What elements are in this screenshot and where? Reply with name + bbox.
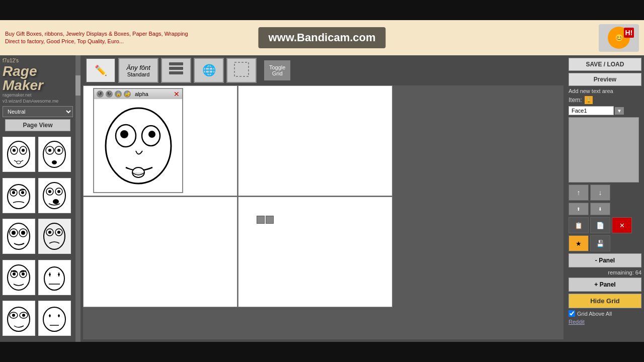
face-item[interactable] bbox=[3, 178, 35, 213]
svg-point-34 bbox=[44, 223, 65, 249]
face-item[interactable] bbox=[3, 260, 35, 295]
hide-grid-button[interactable]: Hide Grid bbox=[569, 294, 641, 308]
copy-button[interactable]: 📋 bbox=[569, 217, 589, 233]
version-label: v3.wizard DanAwesome.me bbox=[3, 99, 73, 104]
save-item-button[interactable]: 💾 bbox=[590, 235, 610, 251]
panel-close-button[interactable]: ✕ bbox=[174, 90, 180, 98]
svg-point-55 bbox=[12, 314, 15, 317]
svg-point-56 bbox=[22, 314, 25, 317]
face-item[interactable] bbox=[3, 219, 35, 254]
resize-handle-2[interactable] bbox=[266, 216, 274, 224]
panel-icon-2: ↻ bbox=[106, 90, 113, 98]
save-load-button[interactable]: SAVE / LOAD bbox=[569, 58, 641, 71]
font-name-label: Äny fônt bbox=[126, 64, 150, 71]
globe-tool-button[interactable]: 🌐 bbox=[194, 58, 224, 83]
remaining-text: remaining: 64 bbox=[569, 269, 641, 276]
svg-point-23 bbox=[43, 183, 65, 209]
svg-point-43 bbox=[22, 273, 25, 276]
canvas-cell-3[interactable] bbox=[83, 197, 237, 307]
svg-point-42 bbox=[13, 273, 16, 276]
svg-point-50 bbox=[58, 274, 60, 276]
move-down-button[interactable]: ↓ bbox=[590, 185, 610, 201]
face-item[interactable] bbox=[38, 301, 71, 336]
face-svg-6 bbox=[41, 221, 68, 251]
item-dropdown-arrow[interactable]: ▼ bbox=[615, 107, 624, 115]
item-row: Item: 🔒 bbox=[569, 96, 641, 104]
svg-rect-64 bbox=[169, 67, 183, 70]
face-grid bbox=[0, 136, 75, 342]
svg-point-61 bbox=[58, 315, 60, 317]
page-view-button[interactable]: Page View bbox=[5, 119, 70, 131]
face-svg-2 bbox=[41, 139, 68, 169]
svg-point-16 bbox=[8, 185, 30, 209]
selection-tool-button[interactable] bbox=[226, 58, 257, 83]
svg-point-49 bbox=[49, 274, 51, 276]
up-down-arrow-row: ↑ ↓ bbox=[569, 185, 641, 201]
canvas-cell-4[interactable] bbox=[238, 197, 392, 307]
face-item[interactable] bbox=[3, 137, 35, 172]
svg-point-37 bbox=[48, 231, 51, 234]
sidebar-scrollbar[interactable] bbox=[75, 55, 80, 342]
svg-point-8 bbox=[22, 149, 25, 152]
move-up-button[interactable]: ↑ bbox=[569, 185, 589, 201]
face-item[interactable] bbox=[38, 137, 71, 172]
layers-tool-button[interactable] bbox=[161, 58, 191, 83]
svg-point-9 bbox=[17, 161, 21, 164]
grid-above-checkbox[interactable] bbox=[569, 310, 575, 317]
svg-point-70 bbox=[120, 130, 128, 138]
floating-face-panel[interactable]: ↺ ↻ 🔒 🔐 alpha ✕ bbox=[93, 88, 183, 193]
move-to-top-button[interactable]: ⬆ bbox=[569, 203, 589, 215]
item-input[interactable] bbox=[569, 106, 614, 115]
face-svg-8 bbox=[41, 262, 68, 293]
grid-above-label: Grid Above All bbox=[577, 311, 612, 317]
paste-button[interactable]: 📄 bbox=[590, 217, 610, 233]
pencil-tool-button[interactable]: ✏️ bbox=[86, 58, 116, 83]
svg-point-38 bbox=[57, 231, 60, 234]
svg-rect-65 bbox=[169, 71, 183, 74]
face-item[interactable] bbox=[38, 178, 71, 213]
face-item[interactable] bbox=[38, 260, 71, 295]
svg-point-7 bbox=[13, 149, 16, 152]
move-to-bottom-button[interactable]: ⬇ bbox=[590, 203, 610, 215]
right-panel: SAVE / LOAD Preview Add new text area It… bbox=[566, 55, 644, 342]
item-lock-icon: 🔒 bbox=[585, 96, 593, 104]
main-content: f7u12's Rage Maker ragemaker.net v3.wiza… bbox=[0, 55, 644, 342]
minus-panel-button[interactable]: - Panel bbox=[569, 253, 641, 267]
panel-image-area bbox=[94, 99, 182, 192]
svg-point-71 bbox=[148, 131, 155, 138]
center-area: ✏️ Äny fônt Standard 🌐 bbox=[80, 55, 566, 342]
toggle-grid-button[interactable]: Toggle Grid bbox=[264, 60, 290, 80]
preview-button[interactable]: Preview bbox=[569, 73, 641, 86]
face-item[interactable] bbox=[38, 219, 71, 254]
ragemaker-net: ragemaker.net bbox=[3, 93, 73, 98]
item-thumbnail bbox=[569, 117, 639, 183]
star-button[interactable]: ★ bbox=[569, 235, 589, 251]
svg-point-57 bbox=[43, 307, 65, 331]
globe-icon: 🌐 bbox=[202, 64, 216, 77]
sidebar-scroll-thumb[interactable] bbox=[75, 75, 80, 96]
face-item[interactable] bbox=[3, 301, 35, 336]
panel-title: alpha bbox=[135, 91, 148, 97]
face-svg-3 bbox=[5, 180, 33, 211]
ad-banner: Buy Gift Boxes, ribbons, Jewelry Display… bbox=[0, 20, 644, 55]
svg-point-39 bbox=[8, 265, 30, 290]
canvas-cell-2[interactable] bbox=[238, 85, 392, 196]
face-svg-1 bbox=[5, 139, 33, 169]
reddit-link[interactable]: Reddit bbox=[569, 319, 641, 325]
ad-banner-text: Buy Gift Boxes, ribbons, Jewelry Display… bbox=[5, 30, 188, 46]
panel-titlebar: ↺ ↻ 🔒 🔐 alpha ✕ bbox=[94, 89, 182, 99]
svg-point-26 bbox=[48, 190, 51, 193]
canvas-area: ↺ ↻ 🔒 🔐 alpha ✕ bbox=[83, 85, 564, 339]
font-tool-button[interactable]: Äny fônt Standard bbox=[118, 58, 158, 83]
ad-logo: 😊 H! bbox=[599, 24, 639, 52]
plus-panel-button[interactable]: + Panel bbox=[569, 278, 641, 292]
item-label: Item: bbox=[569, 97, 582, 104]
grid-above-checkbox-row: Grid Above All bbox=[569, 310, 641, 317]
delete-button[interactable]: ✕ bbox=[612, 217, 632, 233]
face-svg-5 bbox=[5, 221, 33, 251]
mood-dropdown[interactable]: Neutral Happy Angry Sad bbox=[3, 106, 73, 117]
bandicam-watermark: www.Bandicam.com bbox=[258, 27, 385, 48]
resize-handle-1[interactable] bbox=[257, 216, 265, 224]
svg-point-52 bbox=[8, 307, 30, 331]
toolbar: ✏️ Äny fônt Standard 🌐 bbox=[80, 55, 566, 85]
